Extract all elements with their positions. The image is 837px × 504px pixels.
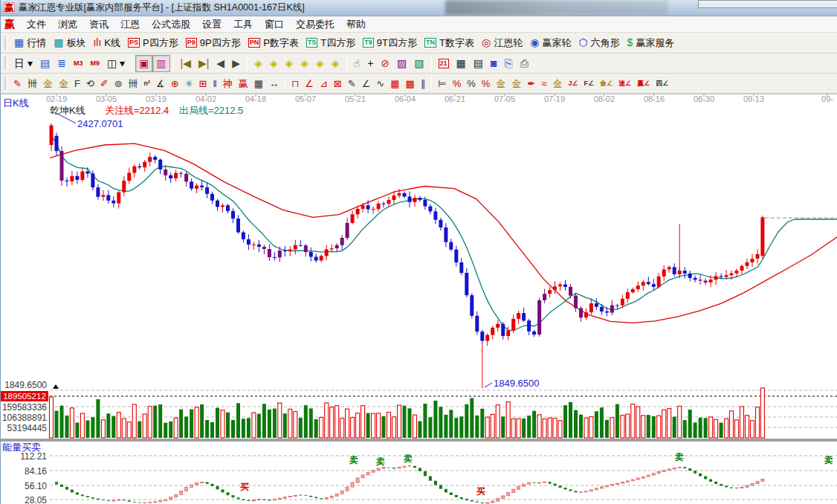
menu-item-trade-order[interactable]: 交易委托 bbox=[290, 19, 340, 30]
menu-item-file[interactable]: 文件 bbox=[21, 19, 52, 30]
spiral-tool[interactable]: ⟲ bbox=[83, 75, 97, 92]
pattern-purple-button[interactable]: ▨ bbox=[393, 55, 410, 72]
winner-service-button[interactable]: $赢家服务 bbox=[624, 34, 679, 51]
calendar-button[interactable]: 21 bbox=[435, 55, 453, 72]
gann-wheel-button[interactable]: ◎江恩轮 bbox=[478, 34, 526, 51]
menu-item-browse[interactable]: 浏览 bbox=[52, 19, 83, 30]
calculator-button[interactable]: ▦ bbox=[453, 55, 470, 72]
comb2-tool[interactable]: 卌 bbox=[126, 75, 141, 92]
gold-underline-tool[interactable]: 金 bbox=[549, 75, 565, 92]
percent-strike-tool[interactable]: % bbox=[450, 75, 465, 92]
compass-tool[interactable]: ⊕ bbox=[168, 75, 182, 92]
square-web-tool[interactable]: ⊞ bbox=[196, 75, 210, 92]
star-web-tool[interactable]: ✳ bbox=[182, 75, 196, 92]
f-angle-tool[interactable]: F∠ bbox=[581, 75, 597, 92]
p9-square-button[interactable]: P99P四方形 bbox=[182, 34, 245, 51]
speed-angle-tool[interactable]: 速∠ bbox=[615, 75, 634, 92]
gold-gate-tool[interactable]: 金 bbox=[40, 75, 56, 92]
volume-style-button[interactable]: ▥ bbox=[152, 55, 169, 72]
menu-item-news[interactable]: 资讯 bbox=[83, 19, 114, 30]
t9-square-button[interactable]: T99T四方形 bbox=[359, 34, 421, 51]
menu-item-gann[interactable]: 江恩 bbox=[114, 19, 146, 30]
price-ladder-tool[interactable]: ⊨ bbox=[435, 75, 449, 92]
menu-item-settings[interactable]: 设置 bbox=[196, 19, 227, 30]
ma3-button[interactable]: M3 bbox=[70, 55, 87, 72]
compress-h-diamond-button[interactable]: ◈ bbox=[281, 55, 297, 72]
hand-pan-button[interactable]: ☝ bbox=[350, 55, 364, 72]
print-button[interactable]: ⎙ bbox=[517, 55, 532, 72]
ying-tool[interactable]: 赢 bbox=[236, 75, 251, 92]
prev-button[interactable]: ◀ bbox=[213, 55, 228, 72]
wave-tool[interactable]: ≈ bbox=[538, 75, 549, 92]
toolbar-grip[interactable] bbox=[4, 36, 8, 50]
percent-tool[interactable]: % bbox=[464, 75, 479, 92]
ruler-grid-tool[interactable]: ▦ bbox=[251, 75, 266, 92]
fan-grid-tool[interactable]: ⊿ bbox=[317, 75, 331, 92]
kline-button[interactable]: ılıK线 bbox=[89, 34, 124, 51]
save-button[interactable]: ◙ bbox=[487, 55, 500, 72]
info-list-button[interactable]: ≣ bbox=[54, 55, 70, 72]
expand-h-diamond-button[interactable]: ◈ bbox=[297, 55, 312, 72]
p-number-table-button[interactable]: PNP数字表 bbox=[245, 34, 303, 51]
trend-pencil-tool[interactable]: ✎ bbox=[345, 75, 359, 92]
ma9-button[interactable]: M9 bbox=[86, 55, 103, 72]
shrink-right-diamond-button[interactable]: ◈ bbox=[266, 55, 282, 72]
toolbar-grip[interactable] bbox=[4, 56, 8, 70]
lasso-zoom-button[interactable]: ⊘ bbox=[377, 55, 393, 72]
corner-box-tool[interactable]: ⊓ bbox=[288, 75, 302, 92]
chart-window-icon-button[interactable]: ▤ bbox=[36, 55, 54, 72]
percent-line-tool[interactable]: % bbox=[479, 75, 494, 92]
red-grid-tool[interactable]: ▦ bbox=[387, 75, 402, 92]
gold-circle-tool[interactable]: 金 bbox=[493, 75, 508, 92]
j-angle-tool[interactable]: J∠ bbox=[565, 75, 581, 92]
gold-angle-tool[interactable]: 金∠ bbox=[597, 75, 615, 92]
circle-nine-tool[interactable]: ⊚ bbox=[112, 75, 126, 92]
menu-item-formula-stock-pick[interactable]: 公式选股 bbox=[146, 19, 196, 30]
gold-gate2-tool[interactable]: 金 bbox=[56, 75, 71, 92]
theme-button[interactable]: ▣ bbox=[135, 55, 152, 72]
t-square-button[interactable]: TST四方形 bbox=[303, 34, 359, 51]
comb-tool[interactable]: 卌 bbox=[25, 75, 40, 92]
next-button[interactable]: ▶ bbox=[228, 55, 244, 72]
zigzag-tool[interactable]: ∿ bbox=[373, 75, 387, 92]
first-page-button[interactable]: |◀ bbox=[177, 55, 195, 72]
period-dropdown[interactable]: 日 ▾ bbox=[10, 55, 36, 72]
quote-measure-tool[interactable]: ‖ bbox=[210, 75, 219, 92]
pen-tool[interactable]: ✎ bbox=[10, 75, 25, 92]
protractor-tool[interactable]: ∡ bbox=[153, 75, 168, 92]
h-measure-tool[interactable]: ↔ bbox=[266, 75, 282, 92]
ying-angle-tool[interactable]: 赢∠ bbox=[634, 75, 653, 92]
hexagon-button[interactable]: ⬡六角形 bbox=[575, 34, 623, 51]
n-square-tool[interactable]: n² bbox=[141, 75, 154, 92]
f-ruler-tool[interactable]: F bbox=[71, 75, 83, 92]
quotes-button[interactable]: ▦行情 bbox=[10, 34, 50, 51]
four-angle-tool[interactable]: 四∠ bbox=[653, 75, 671, 92]
crosshair-button[interactable]: + bbox=[363, 55, 377, 72]
candle-style-dropdown[interactable]: ◫ ▾ bbox=[103, 55, 129, 72]
shrink-left-diamond-button[interactable]: ◈ bbox=[251, 55, 266, 72]
toolbar-grip[interactable] bbox=[4, 77, 8, 90]
titlebar[interactable]: 赢 赢家江恩专业版[赢家内部服务平台] - [上证指数 SH1A0001-167… bbox=[1, 0, 837, 16]
expand-all-diamond-button[interactable]: ◈ bbox=[328, 55, 343, 72]
menu-item-help[interactable]: 帮助 bbox=[340, 19, 372, 30]
compress-all-diamond-button[interactable]: ◈ bbox=[312, 55, 328, 72]
last-page-button[interactable]: ▶| bbox=[195, 55, 213, 72]
notepad-button[interactable]: ▤ bbox=[470, 55, 487, 72]
chart-canvas[interactable]: 卖卖卖卖卖买买 bbox=[1, 94, 837, 504]
p-square-button[interactable]: PSP四方形 bbox=[124, 34, 182, 51]
angle-line-tool[interactable]: ∠ bbox=[359, 75, 374, 92]
ink-tool[interactable]: ✒ bbox=[524, 75, 538, 92]
t-number-table-button[interactable]: TNT数字表 bbox=[421, 34, 478, 51]
pen-ruler-tool[interactable]: ✐ bbox=[97, 75, 112, 92]
fan-rays-tool[interactable]: ∠ bbox=[302, 75, 317, 92]
ray-grid-tool[interactable]: ⊠ bbox=[331, 75, 345, 92]
sectors-button[interactable]: ▩板块 bbox=[50, 34, 89, 51]
red-grid2-tool[interactable]: ▩ bbox=[403, 75, 418, 92]
period-label[interactable]: 日K线 bbox=[3, 97, 29, 110]
parallel-lines-tool[interactable]: ∥ bbox=[418, 75, 429, 92]
gold-line-tool[interactable]: 金 bbox=[508, 75, 524, 92]
pattern-green-button[interactable]: ▧ bbox=[410, 55, 427, 72]
export-button[interactable]: ⎘ bbox=[500, 55, 516, 72]
menu-item-window[interactable]: 窗口 bbox=[259, 19, 290, 30]
menu-item-tools[interactable]: 工具 bbox=[227, 19, 259, 30]
